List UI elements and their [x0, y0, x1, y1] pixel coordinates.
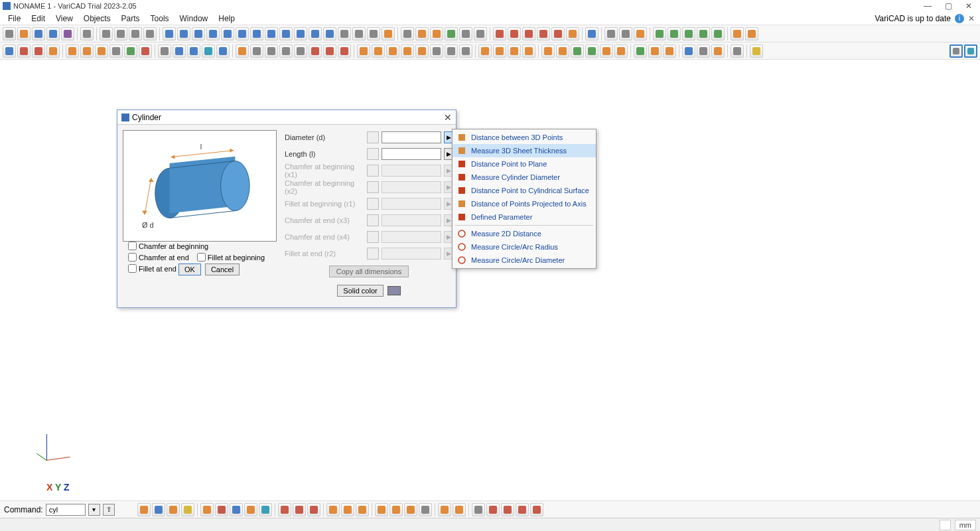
btool-26-icon[interactable] [530, 503, 543, 516]
btool-23-icon[interactable] [486, 503, 500, 516]
check-fillet-end[interactable]: Fillet at end [128, 264, 176, 273]
tool-new-icon[interactable] [3, 27, 16, 40]
tool-grid-icon[interactable] [401, 27, 414, 40]
tool-nav2-icon[interactable] [667, 27, 681, 40]
tool2-a-icon[interactable] [3, 44, 16, 58]
tool2-ai-icon[interactable] [522, 44, 535, 58]
tool2-z-icon[interactable] [386, 44, 399, 58]
tool2-ad-icon[interactable] [445, 44, 458, 58]
btool-2-icon[interactable] [152, 503, 165, 516]
tool2-aj-icon[interactable] [541, 44, 555, 58]
tool2-o-icon[interactable] [216, 44, 230, 58]
tool2-aq-icon[interactable] [648, 44, 662, 58]
ctx-item-1[interactable]: Measure 3D Sheet Thickness [453, 144, 596, 157]
tool2-ah-icon[interactable] [508, 44, 521, 58]
tool2-au-icon[interactable] [711, 44, 725, 58]
tool-prism-icon[interactable] [163, 27, 176, 40]
btool-22-icon[interactable] [472, 503, 485, 516]
tool2-at-icon[interactable] [697, 44, 710, 58]
tool2-b-icon[interactable] [17, 44, 31, 58]
check-chamfer-begin[interactable]: Chamfer at beginning [128, 242, 208, 250]
tool2-u-icon[interactable] [309, 44, 322, 58]
tool2-q-icon[interactable] [250, 44, 263, 58]
ctx-item-0[interactable]: Distance between 3D Points [453, 131, 596, 144]
tool-solid-icon[interactable] [177, 27, 190, 40]
menu-window[interactable]: Window [175, 13, 214, 25]
tool-a4-icon[interactable] [459, 27, 472, 40]
tool-sweep-icon[interactable] [294, 27, 307, 40]
btool-12-icon[interactable] [307, 503, 320, 516]
ok-button[interactable]: OK [178, 264, 201, 275]
tool2-h-icon[interactable] [109, 44, 123, 58]
tool-zoom1-icon[interactable] [604, 27, 618, 40]
tool-3d-icon[interactable] [964, 44, 977, 58]
btool-21-icon[interactable] [453, 503, 466, 516]
tool-nav5-icon[interactable] [711, 27, 725, 40]
tool-a5-icon[interactable] [474, 27, 487, 40]
tool-paste-icon[interactable] [114, 27, 127, 40]
tool2-y-icon[interactable] [372, 44, 385, 58]
tool2-l-icon[interactable] [173, 44, 186, 58]
tool-nav4-icon[interactable] [697, 27, 710, 40]
btool-20-icon[interactable] [438, 503, 451, 516]
tool-lib-icon[interactable] [382, 27, 395, 40]
solid-color-button[interactable]: Solid color [337, 285, 383, 297]
tool2-e-icon[interactable] [66, 44, 79, 58]
close-button[interactable]: ✕ [965, 1, 972, 11]
tool2-n-icon[interactable] [202, 44, 215, 58]
tool2-f-icon[interactable] [80, 44, 94, 58]
menu-help[interactable]: Help [213, 13, 240, 25]
tool2-m-icon[interactable] [187, 44, 200, 58]
btool-10-icon[interactable] [278, 503, 291, 516]
btool-1-icon[interactable] [137, 503, 151, 516]
tool-q4-icon[interactable] [537, 27, 550, 40]
tool2-ap-icon[interactable] [634, 44, 647, 58]
tool2-ao-icon[interactable] [614, 44, 628, 58]
btool-8-icon[interactable] [244, 503, 257, 516]
command-share-icon[interactable]: ⇧ [103, 504, 115, 516]
tool2-ag-icon[interactable] [493, 44, 506, 58]
ctx-item-5[interactable]: Distance of Points Projected to Axis [453, 197, 596, 210]
copy-dimensions-button[interactable]: Copy all dimensions [329, 266, 409, 277]
btool-14-icon[interactable] [341, 503, 354, 516]
field-input[interactable] [382, 148, 441, 160]
tool-a3-icon[interactable] [445, 27, 458, 40]
tool-loft-icon[interactable] [309, 27, 322, 40]
dialog-close-icon[interactable]: ✕ [444, 112, 452, 123]
menu-objects[interactable]: Objects [78, 13, 116, 25]
tool2-ar-icon[interactable] [663, 44, 676, 58]
tool-cylinder-icon[interactable] [221, 27, 234, 40]
info-icon[interactable]: i [955, 14, 964, 23]
ctx-item-b2[interactable]: Measure Circle/Arc Diameter [453, 254, 596, 267]
field-input[interactable] [382, 131, 441, 143]
menu-file[interactable]: File [3, 13, 26, 25]
btool-17-icon[interactable] [389, 503, 403, 516]
tool2-al-icon[interactable] [571, 44, 584, 58]
menu-parts[interactable]: Parts [116, 13, 145, 25]
tool2-ak-icon[interactable] [556, 44, 569, 58]
tool2-t-icon[interactable] [294, 44, 307, 58]
ctx-item-6[interactable]: Defined Parameter [453, 210, 596, 224]
tool2-g-icon[interactable] [95, 44, 108, 58]
tool2-ab-icon[interactable] [415, 44, 429, 58]
tool2-w-icon[interactable] [338, 44, 351, 58]
tool-nav3-icon[interactable] [682, 27, 695, 40]
tool-box-icon[interactable] [206, 27, 220, 40]
color-swatch[interactable] [387, 286, 401, 295]
btool-25-icon[interactable] [516, 503, 529, 516]
tool-pipe-icon[interactable] [250, 27, 263, 40]
ctx-item-3[interactable]: Measure Cylinder Diameter [453, 171, 596, 184]
btool-24-icon[interactable] [501, 503, 514, 516]
tool-dl1-icon[interactable] [731, 27, 744, 40]
tool-thread-icon[interactable] [352, 27, 366, 40]
dialog-titlebar[interactable]: Cylinder ✕ [117, 110, 456, 125]
tool2-aw-icon[interactable] [750, 44, 763, 58]
tool-extrude-icon[interactable] [192, 27, 205, 40]
tool-monitor-icon[interactable] [585, 27, 598, 40]
tool-torus-icon[interactable] [265, 27, 278, 40]
menu-view[interactable]: View [50, 13, 78, 25]
tool-q1-icon[interactable] [493, 27, 506, 40]
btool-11-icon[interactable] [293, 503, 306, 516]
ctx-item-2[interactable]: Distance Point to Plane [453, 157, 596, 171]
btool-5-icon[interactable] [200, 503, 214, 516]
